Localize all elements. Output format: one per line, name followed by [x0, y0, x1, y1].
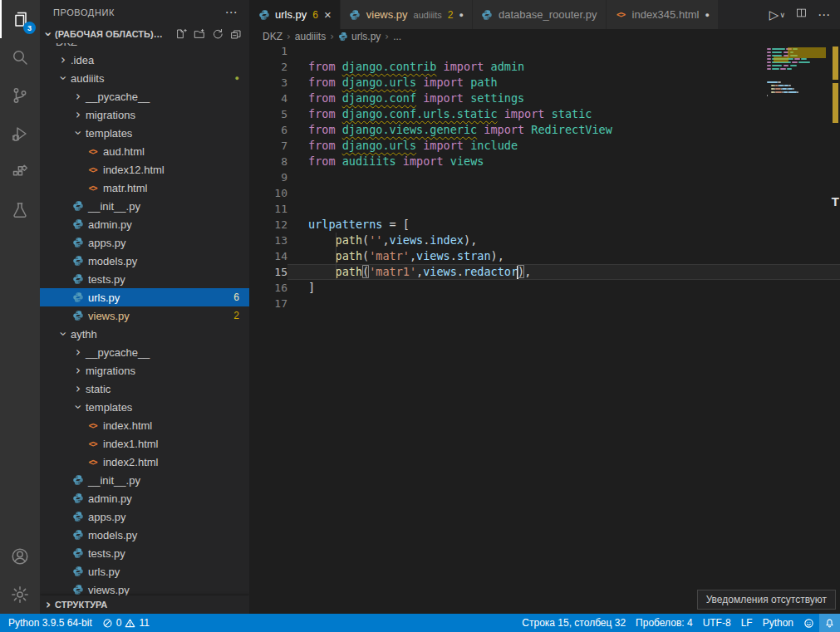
- status-encoding[interactable]: UTF-8: [698, 614, 736, 632]
- collapse-folders-button[interactable]: [229, 27, 243, 41]
- breadcrumb-separator-icon: ›: [287, 31, 291, 42]
- status-problems[interactable]: 011: [97, 614, 155, 632]
- code-line-7[interactable]: 7from django.urls import include: [249, 138, 840, 154]
- tree-item-aud.html[interactable]: <>aud.html: [40, 142, 249, 160]
- activity-testing[interactable]: [0, 191, 40, 229]
- status-notifications-bell[interactable]: [819, 614, 840, 632]
- activity-explorer[interactable]: 3: [0, 0, 40, 38]
- outline-section-header[interactable]: › СТРУКТУРА: [40, 595, 249, 614]
- workspace-section-header[interactable]: › (РАБОЧАЯ ОБЛАСТЬ) ...: [40, 25, 249, 43]
- activity-bar: 3: [0, 0, 40, 614]
- tree-item-DKZ[interactable]: ›DKZ: [40, 43, 249, 51]
- tree-item-urls.py[interactable]: urls.py: [40, 562, 249, 581]
- status-feedback[interactable]: [798, 614, 819, 632]
- tree-item-apps.py[interactable]: apps.py: [40, 233, 249, 252]
- problem-count-badge: 6: [233, 292, 239, 303]
- code-line-6[interactable]: 6from django.views.generic import Redire…: [249, 122, 840, 138]
- tree-item-migrations[interactable]: ›migrations: [40, 361, 249, 380]
- code-line-2[interactable]: 2from django.contrib import admin: [249, 59, 840, 75]
- tree-item-tests.py[interactable]: tests.py: [40, 544, 249, 562]
- status-indentation[interactable]: Пробелов: 4: [631, 614, 698, 632]
- tree-item-index1.html[interactable]: <>index1.html: [40, 434, 249, 453]
- code-line-16[interactable]: 16]: [249, 280, 840, 296]
- tree-item-matr.html[interactable]: <>matr.html: [40, 179, 249, 197]
- tree-item-templates[interactable]: ›templates: [40, 124, 249, 142]
- split-editor-button[interactable]: [795, 7, 808, 22]
- more-editor-actions-button[interactable]: ⋯: [818, 7, 830, 22]
- line-number: 11: [249, 201, 287, 217]
- tree-item-views.py[interactable]: views.py2: [40, 306, 249, 325]
- tree-item-__pycache__[interactable]: ›__pycache__: [40, 343, 249, 361]
- tree-item-label: __pycache__: [86, 346, 150, 359]
- code-editor[interactable]: 12from django.contrib import admin3from …: [249, 43, 840, 614]
- tab-views.py[interactable]: views.pyaudiiits2●: [341, 0, 473, 29]
- tab-urls.py[interactable]: urls.py6×: [249, 0, 341, 29]
- tree-item-migrations[interactable]: ›migrations: [40, 105, 249, 124]
- tree-item-index2.html[interactable]: <>index2.html: [40, 453, 249, 471]
- tree-item-templates[interactable]: ›templates: [40, 398, 249, 416]
- code-line-13[interactable]: 13 path('',views.index),: [249, 233, 840, 248]
- status-eol[interactable]: LF: [736, 614, 758, 632]
- breadcrumb-item-DKZ[interactable]: DKZ: [263, 31, 282, 42]
- breadcrumb-item-...[interactable]: ...: [393, 31, 401, 42]
- activity-accounts[interactable]: [0, 537, 40, 576]
- tree-item-urls.py[interactable]: urls.py6: [40, 288, 249, 306]
- activity-source-control[interactable]: [0, 76, 40, 115]
- status-python-interpreter[interactable]: Python 3.9.5 64-bit: [0, 614, 97, 632]
- tree-item-tests.py[interactable]: tests.py: [40, 270, 249, 288]
- tree-item-admin.py[interactable]: admin.py: [40, 215, 249, 233]
- tree-item-admin.py[interactable]: admin.py: [40, 489, 249, 507]
- tree-item-__pycache__[interactable]: ›__pycache__: [40, 87, 249, 105]
- minimap[interactable]: [767, 45, 828, 145]
- warning-icon: [125, 618, 135, 629]
- tree-item-models.py[interactable]: models.py: [40, 252, 249, 270]
- scrollbar[interactable]: T: [829, 43, 840, 614]
- tree-item-label: index.html: [103, 419, 152, 432]
- tree-item-aythh[interactable]: ›aythh: [40, 325, 249, 343]
- breadcrumb-item-audiiits[interactable]: audiiits: [295, 31, 326, 42]
- activity-search[interactable]: [0, 38, 40, 76]
- more-actions-icon[interactable]: ⋯: [224, 8, 238, 17]
- new-folder-button[interactable]: [193, 27, 206, 41]
- beaker-icon: [10, 200, 30, 220]
- tree-item-.idea[interactable]: ›.idea: [40, 51, 249, 69]
- line-content: urlpatterns = [: [287, 217, 840, 233]
- tab-index345.html[interactable]: <>index345.html●: [607, 0, 719, 29]
- breadcrumb-item-urls.py[interactable]: urls.py: [338, 31, 381, 42]
- tree-item-label: models.py: [88, 255, 137, 267]
- code-line-9[interactable]: 9: [249, 169, 840, 185]
- tree-item-apps.py[interactable]: apps.py: [40, 507, 249, 526]
- run-python-file-button[interactable]: ▷∨: [769, 7, 785, 22]
- status-cursor-position[interactable]: Строка 15, столбец 32: [513, 614, 631, 632]
- tree-item-index.html[interactable]: <>index.html: [40, 416, 249, 434]
- tree-item-models.py[interactable]: models.py: [40, 526, 249, 544]
- code-line-15[interactable]: 15 path('matr1',views.redactor),: [249, 264, 840, 280]
- tree-item-__init__.py[interactable]: __init__.py: [40, 471, 249, 489]
- code-line-3[interactable]: 3from django.urls import path: [249, 75, 840, 91]
- python-file-icon: [338, 32, 348, 42]
- tree-item-index12.html[interactable]: <>index12.html: [40, 160, 249, 179]
- tree-item-audiiits[interactable]: ›audiiits●: [40, 69, 249, 87]
- tabs: urls.py6×views.pyaudiiits2●database_roou…: [249, 0, 719, 29]
- close-icon[interactable]: ×: [324, 9, 332, 20]
- code-line-10[interactable]: 10: [249, 185, 840, 201]
- code-line-5[interactable]: 5from django.conf.urls.static import sta…: [249, 106, 840, 122]
- code-line-8[interactable]: 8from audiiits import views: [249, 154, 840, 169]
- file-tree: ›DKZ›.idea›audiiits●›__pycache__›migrati…: [40, 43, 249, 595]
- code-line-1[interactable]: 1: [249, 43, 840, 59]
- refresh-explorer-button[interactable]: [211, 27, 224, 41]
- tree-item-__init__.py[interactable]: __init__.py: [40, 197, 249, 215]
- tab-database_roouter.py[interactable]: database_roouter.py: [473, 0, 607, 29]
- code-line-11[interactable]: 11: [249, 201, 840, 217]
- tree-item-views.py[interactable]: views.py: [40, 581, 249, 595]
- activity-run-and-debug[interactable]: [0, 115, 40, 153]
- activity-extensions[interactable]: [0, 153, 40, 191]
- code-line-14[interactable]: 14 path('matr',views.stran),: [249, 248, 840, 264]
- new-file-button[interactable]: [174, 27, 188, 41]
- status-language-mode[interactable]: Python: [758, 614, 798, 632]
- code-line-4[interactable]: 4from django.conf import settings: [249, 91, 840, 106]
- code-line-12[interactable]: 12urlpatterns = [: [249, 217, 840, 233]
- activity-settings[interactable]: [0, 576, 40, 614]
- code-line-17[interactable]: 17: [249, 296, 840, 311]
- tree-item-static[interactable]: ›static: [40, 380, 249, 398]
